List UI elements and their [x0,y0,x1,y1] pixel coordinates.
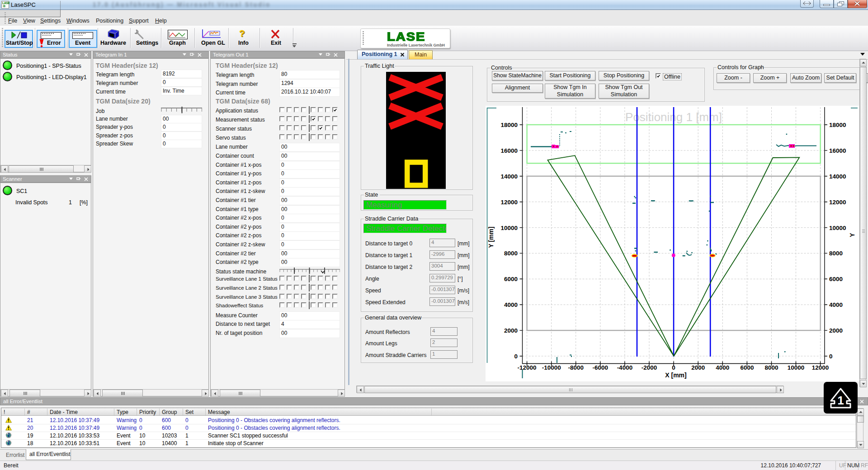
svg-text:12000: 12000 [829,199,846,206]
svg-text:8000: 8000 [764,364,778,371]
svg-text:-2000: -2000 [642,364,657,371]
svg-text:6000: 6000 [829,276,843,282]
svg-text:10000: 10000 [500,225,518,231]
svg-text:X [mm]: X [mm] [665,371,686,379]
svg-text:0: 0 [514,353,518,360]
svg-text:6000: 6000 [740,364,754,371]
svg-text:0: 0 [829,353,833,360]
svg-text:2000: 2000 [504,327,518,334]
svg-text:8000: 8000 [829,250,843,257]
svg-text:16000: 16000 [829,147,846,154]
svg-text:-10000: -10000 [542,364,561,371]
svg-text:-6000: -6000 [593,364,609,371]
svg-text:2000: 2000 [829,327,843,334]
svg-text:18000: 18000 [500,122,518,128]
svg-text:10000: 10000 [829,225,846,231]
svg-text:-4000: -4000 [617,364,633,371]
svg-text:4000: 4000 [716,364,729,371]
svg-text:12000: 12000 [500,199,518,206]
svg-text:4000: 4000 [829,301,843,308]
svg-text:-12000: -12000 [518,364,537,371]
svg-text:10000: 10000 [788,364,805,371]
svg-text:2000: 2000 [691,364,705,371]
svg-text:-8000: -8000 [568,364,584,371]
svg-text:18000: 18000 [829,122,846,128]
svg-text:4000: 4000 [504,301,518,308]
svg-text:12000: 12000 [812,364,829,371]
svg-text:Y [mm]: Y [mm] [487,226,495,248]
svg-text:Y: Y [849,233,856,237]
svg-text:6000: 6000 [504,276,518,282]
svg-text:8000: 8000 [504,250,518,257]
svg-text:14000: 14000 [500,173,518,180]
svg-text:16000: 16000 [500,147,518,154]
svg-text:1: 1 [837,394,844,407]
svg-text:0: 0 [672,364,675,371]
svg-text:14000: 14000 [829,173,846,180]
